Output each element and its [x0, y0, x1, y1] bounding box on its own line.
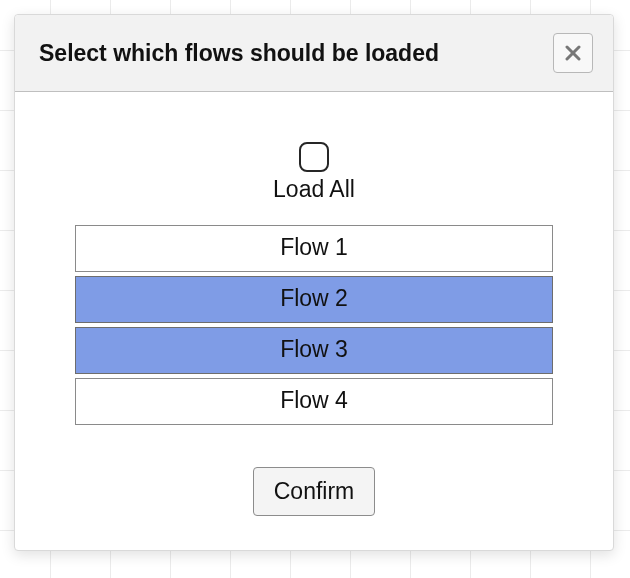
flow-item-label: Flow 4: [280, 387, 348, 413]
confirm-wrap: Confirm: [75, 467, 553, 516]
load-all-label: Load All: [273, 176, 355, 203]
flow-item-4[interactable]: Flow 4: [75, 378, 553, 425]
confirm-button[interactable]: Confirm: [253, 467, 376, 516]
flow-item-3[interactable]: Flow 3: [75, 327, 553, 374]
dialog-header: Select which flows should be loaded: [15, 15, 613, 92]
load-all-checkbox[interactable]: [299, 142, 329, 172]
flow-item-1[interactable]: Flow 1: [75, 225, 553, 272]
flow-item-label: Flow 3: [280, 336, 348, 362]
flow-list: Flow 1 Flow 2 Flow 3 Flow 4: [75, 225, 553, 425]
close-button[interactable]: [553, 33, 593, 73]
close-icon: [565, 45, 581, 61]
dialog-body: Load All Flow 1 Flow 2 Flow 3 Flow 4 Con…: [15, 92, 613, 550]
load-all-group: Load All: [75, 142, 553, 203]
select-flows-dialog: Select which flows should be loaded Load…: [14, 14, 614, 551]
flow-item-2[interactable]: Flow 2: [75, 276, 553, 323]
flow-item-label: Flow 2: [280, 285, 348, 311]
dialog-title: Select which flows should be loaded: [39, 40, 439, 67]
flow-item-label: Flow 1: [280, 234, 348, 260]
